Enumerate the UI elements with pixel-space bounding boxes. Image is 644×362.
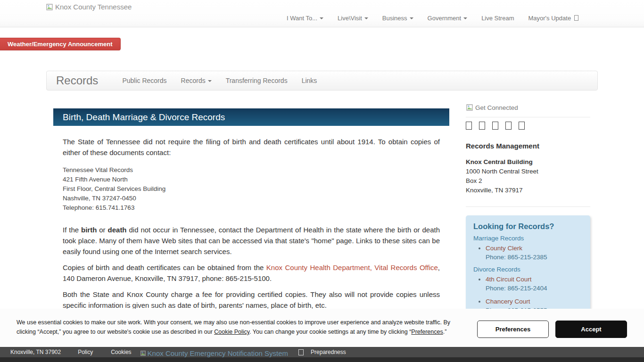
footer: Knoxville, TN 37902 Policy Cookies Knox … [0, 347, 644, 357]
weather-emergency-button[interactable]: Weather/Emergency Announcement [0, 38, 121, 50]
paragraph-copies: Copies of birth and death certificates c… [63, 262, 440, 284]
site-header: Knox County Tennessee I Want To... Live\… [0, 0, 644, 27]
nav-mayors-update[interactable]: Mayor's Update [521, 15, 586, 22]
get-connected-image[interactable]: Get Connected [466, 104, 590, 111]
county-clerk-link[interactable]: County Clerk [486, 245, 522, 252]
chevron-down-icon [463, 17, 467, 19]
chevron-down-icon [410, 17, 413, 19]
bold-birth: birth [81, 226, 97, 234]
get-connected-alt-text: Get Connected [475, 104, 518, 111]
footer-bottom-strip [0, 357, 644, 362]
tab-public-records[interactable]: Public Records [115, 77, 173, 84]
records-management-address: Knox Central Building 1000 North Central… [466, 157, 590, 195]
vital-records-address: Tennessee Vital Records 421 Fifth Avenue… [63, 165, 440, 213]
address-line: 421 Fifth Avenue North [63, 175, 440, 184]
nav-government[interactable]: Government [421, 15, 475, 22]
preferences-inline-link[interactable]: Preferences [411, 329, 443, 335]
missing-glyph-icon [574, 15, 578, 21]
preferences-button[interactable]: Preferences [477, 321, 549, 338]
records-brand[interactable]: Records [56, 74, 98, 87]
list-item: 4th Circuit Court Phone: 865-215-2404 [486, 275, 583, 293]
footer-location: Knoxville, TN 37902 [10, 349, 61, 355]
marriage-records-label: Marriage Records [473, 235, 583, 242]
social-icon-placeholder[interactable] [492, 122, 498, 130]
cookie-consent-text: We use essential cookies to make our sit… [17, 318, 453, 337]
bold-death: death [108, 226, 127, 234]
tab-records-dropdown[interactable]: Records [174, 77, 219, 84]
page: Knox County Tennessee I Want To... Live\… [0, 0, 644, 362]
phone-number: Phone: 865-215-2404 [486, 284, 583, 293]
page-title: Birth, Death Marriage & Divorce Records [53, 108, 449, 126]
site-logo-alt-text: Knox County Tennessee [55, 3, 132, 11]
paragraph-fees: Both the State and Knox County charge a … [63, 289, 440, 311]
nav-live-stream[interactable]: Live Stream [474, 15, 521, 22]
divider [466, 206, 590, 207]
address-line: Knoxville, TN 37917 [466, 186, 590, 195]
missing-glyph-icon [298, 349, 304, 355]
marriage-records-list: County Clerk Phone: 865-215-2385 [473, 244, 583, 262]
list-item: County Clerk Phone: 865-215-2385 [486, 244, 583, 262]
broken-image-icon [140, 350, 146, 356]
tab-links[interactable]: Links [295, 77, 324, 84]
footer-preparedness-link[interactable]: Preparedness [311, 349, 346, 355]
nav-business[interactable]: Business [375, 15, 421, 22]
divider [466, 117, 590, 117]
cookie-policy-link[interactable]: Cookie Policy [214, 329, 249, 335]
broken-image-icon [466, 104, 473, 111]
nav-i-want-to[interactable]: I Want To... [280, 15, 330, 22]
fourth-circuit-court-link[interactable]: 4th Circuit Court [486, 276, 532, 283]
accept-button[interactable]: Accept [555, 321, 627, 338]
looking-box-title: Looking for Records? [473, 222, 583, 231]
nav-live-visit[interactable]: Live\Visit [330, 15, 375, 22]
tab-transferring-records[interactable]: Transferring Records [219, 77, 295, 84]
site-logo[interactable]: Knox County Tennessee [46, 3, 132, 11]
article-body: The State of Tennessee did not require t… [53, 136, 449, 311]
address-line: 1000 North Central Street [466, 167, 590, 176]
records-navbar: Records Public Records Records Transferr… [46, 71, 598, 90]
phone-number: Phone: 865-215-2385 [486, 253, 583, 262]
cookie-banner: We use essential cookies to make our sit… [0, 309, 644, 346]
emergency-notification-link[interactable]: Knox County Emergency Notification Syste… [140, 349, 288, 357]
social-icon-placeholder[interactable] [519, 122, 525, 130]
article: Birth, Death Marriage & Divorce Records … [53, 108, 449, 311]
social-icon-placeholder[interactable] [479, 122, 485, 130]
social-icon-placeholder[interactable] [466, 122, 472, 130]
sidebar: Get Connected Records Management Knox Ce… [466, 100, 590, 327]
chancery-court-link[interactable]: Chancery Court [486, 298, 530, 305]
building-name: Knox Central Building [466, 157, 590, 167]
address-line: Box 2 [466, 176, 590, 186]
chevron-down-icon [364, 17, 368, 19]
emergency-notification-label: Knox County Emergency Notification Syste… [148, 349, 288, 357]
address-line: Tennessee Vital Records [63, 165, 440, 175]
main-nav: I Want To... Live\Visit Business Governm… [280, 15, 586, 22]
records-management-heading: Records Management [466, 142, 590, 150]
social-icons [466, 122, 590, 130]
address-line: Nashville, TN 37247-0450 [63, 194, 440, 203]
address-line: First Floor, Central Services Building [63, 184, 440, 194]
chevron-down-icon [208, 80, 212, 82]
paragraph-out-of-state: If the birth or death did not occur in T… [63, 224, 440, 257]
footer-cookies-link[interactable]: Cookies [111, 349, 131, 355]
social-icon-placeholder[interactable] [505, 122, 512, 130]
footer-policy-link[interactable]: Policy [78, 349, 93, 355]
divorce-records-label: Divorce Records [473, 266, 583, 273]
health-department-link[interactable]: Knox County Health Department, Vital Rec… [266, 263, 438, 272]
paragraph-intro: The State of Tennessee did not require t… [63, 136, 440, 158]
broken-image-icon [46, 3, 53, 11]
chevron-down-icon [320, 17, 323, 19]
address-line: Telephone: 615.741.1763 [63, 203, 440, 213]
